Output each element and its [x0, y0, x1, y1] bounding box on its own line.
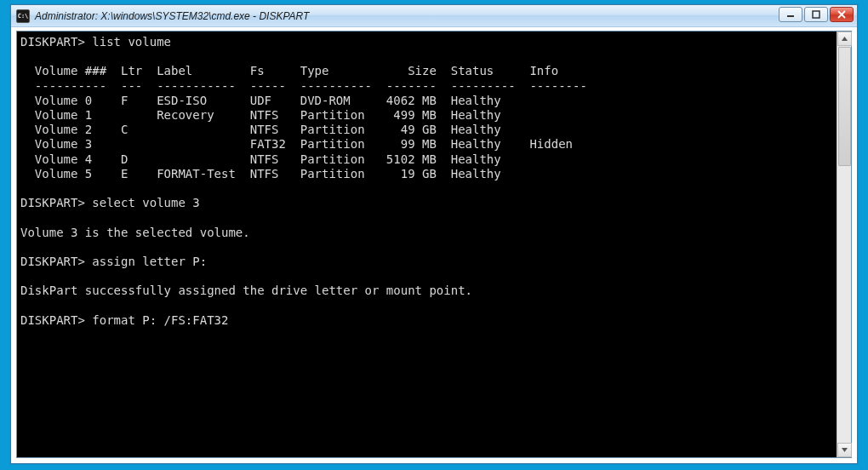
svg-rect-1 [813, 11, 819, 18]
scroll-thumb[interactable] [838, 47, 851, 166]
titlebar[interactable]: C:\ Administrator: X:\windows\SYSTEM32\c… [11, 5, 857, 27]
window-controls [779, 7, 854, 22]
svg-marker-5 [842, 448, 848, 452]
maximize-button[interactable] [804, 7, 828, 22]
cmd-icon: C:\ [16, 9, 30, 23]
svg-marker-4 [842, 37, 848, 41]
scrollbar[interactable] [837, 32, 851, 457]
cmd-window: C:\ Administrator: X:\windows\SYSTEM32\c… [10, 4, 858, 464]
scroll-up-button[interactable] [837, 32, 852, 46]
minimize-button[interactable] [779, 7, 802, 22]
window-title: Administrator: X:\windows\SYSTEM32\cmd.e… [35, 10, 309, 22]
terminal-output[interactable]: DISKPART> list volume Volume ### Ltr Lab… [17, 32, 837, 457]
close-button[interactable] [830, 7, 854, 22]
scroll-down-button[interactable] [837, 443, 852, 457]
terminal-area: DISKPART> list volume Volume ### Ltr Lab… [16, 31, 852, 458]
